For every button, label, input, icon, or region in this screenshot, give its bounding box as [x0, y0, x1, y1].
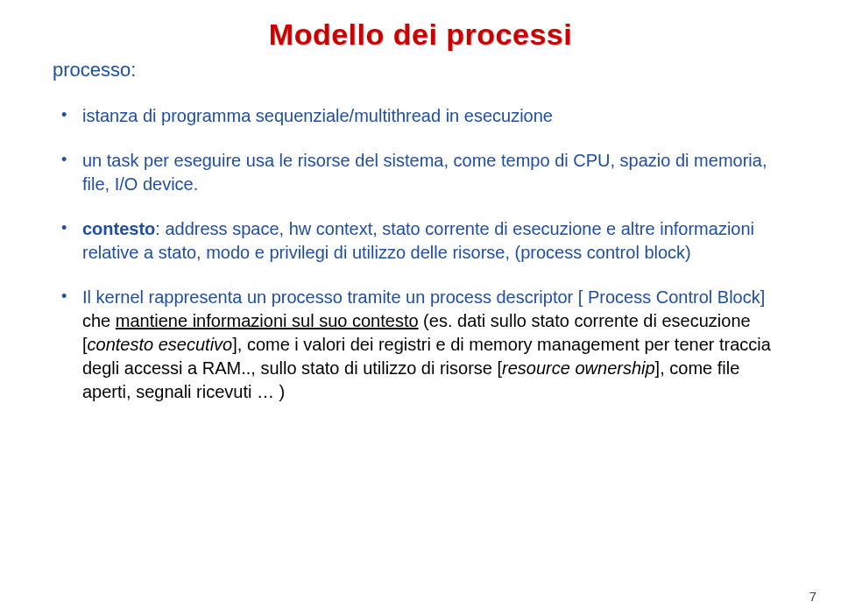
b4-p1: Il kernel rappresenta un processo tramit…: [82, 287, 430, 307]
b4-p7: mantiene informazioni sul suo contesto: [116, 311, 419, 330]
b4-p4: Process Control Block: [588, 287, 760, 307]
b4-p2: process descriptor: [430, 287, 573, 307]
bullet-3-term: contesto: [82, 219, 155, 238]
bullet-2: un task per eseguire usa le risorse del …: [53, 149, 788, 196]
bullet-3-rest: : address space, hw context, stato corre…: [82, 219, 754, 262]
bullet-list: istanza di programma sequenziale/multith…: [53, 104, 788, 404]
b4-p5: ]: [760, 287, 766, 307]
bullet-1: istanza di programma sequenziale/multith…: [53, 104, 788, 128]
b4-p9: contesto esecutivo: [88, 335, 233, 354]
bullet-1-text: istanza di programma sequenziale/multith…: [82, 106, 553, 125]
bullet-2-text: un task per eseguire usa le risorse del …: [82, 151, 767, 194]
b4-p11: resource ownership: [502, 358, 655, 378]
bullet-3: contesto: address space, hw context, sta…: [53, 217, 788, 265]
b4-p3: [: [573, 287, 588, 307]
page-number: 7: [809, 589, 816, 604]
bullet-4: Il kernel rappresenta un processo tramit…: [53, 286, 788, 404]
subheading-processo: processo:: [53, 59, 788, 81]
slide-title: Modello dei processi: [53, 18, 788, 52]
title-text: Modello dei processi: [269, 18, 572, 51]
b4-p6: che: [82, 311, 116, 330]
